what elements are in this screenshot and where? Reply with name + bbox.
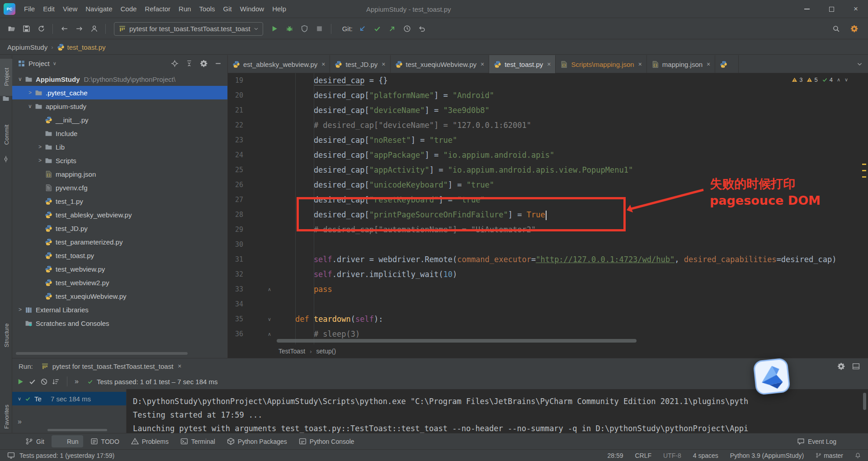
toolwindow-button-python-console[interactable]: Python Console xyxy=(294,435,359,447)
chevron-collapsed-icon[interactable]: > xyxy=(17,306,24,313)
run-configuration-select[interactable]: pytest for test_toast.TestToast.test_toa… xyxy=(114,22,263,36)
menu-file[interactable]: File xyxy=(20,0,39,18)
commit-button[interactable] xyxy=(371,22,384,36)
rerun-icon[interactable] xyxy=(17,378,24,386)
console-scrollbar[interactable] xyxy=(863,393,866,410)
prev-problem-icon[interactable]: ∧ xyxy=(837,77,840,83)
editor-tab-est-ablesky-webview-py[interactable]: est_ablesky_webview.py × xyxy=(228,55,330,73)
back-button[interactable] xyxy=(57,22,71,36)
tree-item-include[interactable]: Include xyxy=(12,127,227,140)
fold-region-icon[interactable]: ∧ xyxy=(268,327,271,342)
code-line-22[interactable]: 22 # desired_cap["deviceName"] = "127.0.… xyxy=(228,118,868,133)
code-line-21[interactable]: 21 desired_cap["deviceName"] = "3ee9d0b8… xyxy=(228,103,868,118)
hidden-tabs-chevron-icon[interactable] xyxy=(851,55,868,73)
sync-button[interactable] xyxy=(34,22,48,36)
stripe-tab-commit[interactable]: Commit xyxy=(3,125,10,145)
tree-item-test-webview-py[interactable]: test_webview.py xyxy=(12,262,227,276)
tree-item-appiumstudy[interactable]: ∨ AppiumStudy D:\pythonStudy\pythonProje… xyxy=(12,72,227,86)
code-line-20[interactable]: 20 desired_cap["platformName"] = "Androi… xyxy=(228,88,868,103)
code-line-32[interactable]: 32 self.driver.implicitly_wait(10) xyxy=(228,267,868,282)
breadcrumb-class[interactable]: TestToast xyxy=(278,348,305,355)
expand-icon[interactable]: » xyxy=(18,418,22,426)
menu-tools[interactable]: Tools xyxy=(195,0,219,18)
gear-icon[interactable] xyxy=(200,60,208,67)
maximize-button[interactable] xyxy=(819,0,844,18)
folder-icon[interactable] xyxy=(2,95,9,102)
tree-item-scratches-and-consoles[interactable]: Scratches and Consoles xyxy=(12,316,227,330)
stop-button[interactable] xyxy=(313,22,326,36)
menu-code[interactable]: Code xyxy=(116,0,141,18)
commit-icon[interactable] xyxy=(2,155,9,163)
layout-icon[interactable] xyxy=(852,362,860,370)
tree-item-appium-study[interactable]: ∨ appium-study xyxy=(12,99,227,113)
search-everywhere-button[interactable] xyxy=(829,22,843,36)
tree-item-mapping-json[interactable]: { } mapping.json xyxy=(12,167,227,181)
open-button[interactable] xyxy=(5,22,18,36)
save-button[interactable] xyxy=(19,22,33,36)
debug-button[interactable] xyxy=(283,22,297,36)
stripe-tab-favorites[interactable]: Favorites xyxy=(3,405,10,428)
chevron-expanded-icon[interactable]: ∨ xyxy=(27,103,33,109)
editor-tab-mapping-json[interactable]: { } mapping.json × xyxy=(647,55,715,73)
status-crlf[interactable]: CRLF xyxy=(635,452,652,459)
breadcrumb-method[interactable]: setup() xyxy=(316,348,336,355)
menu-help[interactable]: Help xyxy=(268,0,290,18)
fold-region-icon[interactable]: ∧ xyxy=(268,282,271,297)
menu-refactor[interactable]: Refactor xyxy=(141,0,175,18)
close-tab-icon[interactable]: × xyxy=(382,61,385,68)
chevron-expanded-icon[interactable]: ∨ xyxy=(18,396,21,401)
code-line-24[interactable]: 24 desired_cap["appPackage"] = "io.appiu… xyxy=(228,148,868,163)
project-panel-title[interactable]: Project xyxy=(28,60,50,67)
inspections-widget[interactable]: 3 5 4 ∧ ∨ xyxy=(792,76,848,83)
push-button[interactable] xyxy=(386,22,399,36)
run-button[interactable] xyxy=(268,22,282,36)
run-tab[interactable]: pytest for test_toast.TestToast.test_toa… xyxy=(36,358,187,374)
toolwindow-button-event-log[interactable]: Event Log xyxy=(793,435,841,447)
close-tab-icon[interactable]: × xyxy=(321,61,325,68)
tree-item-test-xueqiuwebview-py[interactable]: test_xueqiuWebview.py xyxy=(12,289,227,303)
editor-tab-test-jd-py[interactable]: test_JD.py × xyxy=(330,55,390,73)
tree-item-test-1-py[interactable]: test_1.py xyxy=(12,194,227,208)
code-line-30[interactable]: 30 xyxy=(228,237,868,252)
tree-item-test-jd-py[interactable]: test_JD.py xyxy=(12,221,227,235)
toolwindow-button-run[interactable]: Run xyxy=(52,435,83,447)
breadcrumb-project[interactable]: AppiumStudy xyxy=(7,43,47,51)
tree-item-test-ablesky-webview-py[interactable]: test_ablesky_webview.py xyxy=(12,208,227,221)
fold-expanded-icon[interactable]: ∨ xyxy=(268,312,271,327)
update-project-button[interactable] xyxy=(356,22,369,36)
project-horizontal-scrollbar[interactable] xyxy=(16,352,188,355)
more-actions-icon[interactable]: » xyxy=(75,378,79,385)
chevron-down-icon[interactable]: ∨ xyxy=(53,61,57,66)
locate-file-icon[interactable] xyxy=(171,60,179,67)
tree-item-test-webview2-py[interactable]: test_webview2.py xyxy=(12,276,227,289)
editor-tab-scripts-mapping-json[interactable]: { } Scripts\mapping.json × xyxy=(556,55,646,73)
tree-item-scripts[interactable]: > Scripts xyxy=(12,154,227,167)
tree-item-pyvenv-cfg[interactable]: pyvenv.cfg xyxy=(12,181,227,194)
status-test-result[interactable]: Tests passed: 1 (yesterday 17:59) xyxy=(19,452,114,459)
close-tab-icon[interactable]: × xyxy=(547,61,551,68)
menu-navigate[interactable]: Navigate xyxy=(81,0,116,18)
tree-item-pytest-cache[interactable]: > .pytest_cache xyxy=(12,86,227,99)
chevron-collapsed-icon[interactable]: > xyxy=(27,89,33,96)
stop-disabled-icon[interactable] xyxy=(40,378,48,386)
editor-tab-test-toast-py[interactable]: test_toast.py × xyxy=(489,55,556,73)
rollback-button[interactable] xyxy=(415,22,429,36)
code-editor[interactable]: 19 desired_cap = {} 20 desired_cap["plat… xyxy=(228,73,868,344)
tree-item-test-parameterized-py[interactable]: test_parameterized.py xyxy=(12,235,227,249)
notifications-bell-icon[interactable] xyxy=(855,452,861,458)
code-line-23[interactable]: 23 desired_cap["noReset"] = "true" xyxy=(228,133,868,148)
code-with-me-button[interactable] xyxy=(87,22,101,36)
toolwindow-button-problems[interactable]: Problems xyxy=(127,435,173,447)
breadcrumb-file[interactable]: test_toast.py xyxy=(57,43,106,51)
code-line-35[interactable]: 35 ∨ def teardown(self): xyxy=(228,312,868,327)
tree-item-lib[interactable]: > Lib xyxy=(12,140,227,154)
menu-edit[interactable]: Edit xyxy=(39,0,59,18)
close-tab-icon[interactable]: × xyxy=(638,61,642,68)
menu-view[interactable]: View xyxy=(59,0,81,18)
editor-tab-test-xueqiuwebview-py[interactable]: test_xueqiuWebview.py × xyxy=(391,55,490,73)
rerun-failed-icon[interactable] xyxy=(28,378,36,386)
sort-icon[interactable] xyxy=(52,378,60,386)
gear-icon[interactable] xyxy=(837,362,845,370)
hide-toolwindows-icon[interactable] xyxy=(7,452,15,459)
minimize-button[interactable] xyxy=(795,0,819,18)
